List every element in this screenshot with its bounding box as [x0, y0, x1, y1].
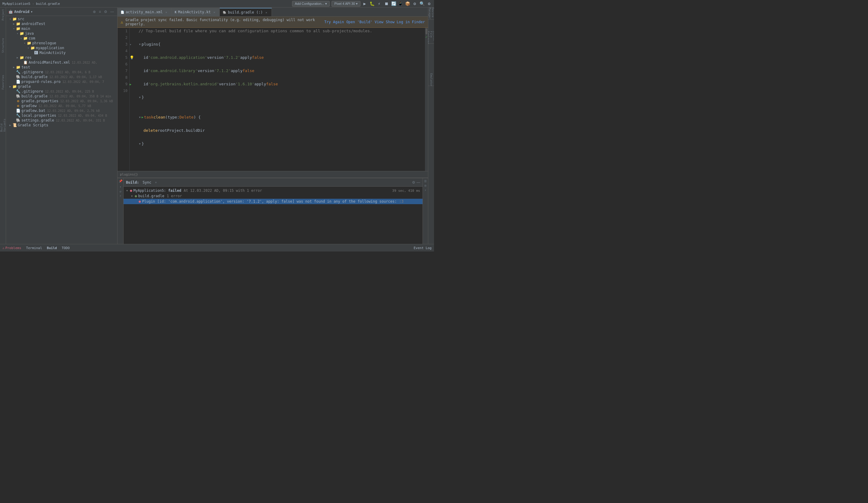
tree-item-buildgradle-app[interactable]: 🐘 build.gradle 12.03.2022 AD, 09:04, 1,1… [6, 74, 117, 79]
tab-mainactivity[interactable]: K MainActivity.kt ✕ [172, 8, 220, 16]
build-panel-title: Build: [126, 180, 139, 185]
tree-item-local-properties[interactable]: 🔧 local.properties 12.03.2022 AD, 09:04,… [6, 113, 117, 118]
android-icon: 🤖 [8, 10, 13, 14]
tree-item-buildgradle-root[interactable]: 🐘 build.gradle 12.03.2022 AD, 09:04, 358… [6, 94, 117, 99]
code-content[interactable]: // Top-level build file where you can ad… [136, 28, 425, 171]
build-sync-tab[interactable]: Sync [141, 180, 153, 185]
panel-dropdown-arrow[interactable]: ▾ [31, 10, 33, 14]
code-line-9: id 'org.jetbrains.kotlin.android' versio… [138, 81, 425, 88]
gitignore-app-meta: 12.03.2022 AD, 09:04, 6 B [45, 71, 90, 74]
run-task-icon[interactable]: ▶ [130, 83, 132, 86]
ide-settings-icon[interactable]: ⚙ [427, 1, 432, 6]
main-folder-icon: 📁 [16, 27, 21, 31]
tree-item-java[interactable]: ▾ 📁 java [6, 31, 117, 36]
locate-button[interactable]: ⊕ [92, 9, 97, 14]
tree-item-gradlew[interactable]: ⚙ gradlew 12.03.2022 AD, 09:04, 5,77 kB [6, 103, 117, 108]
add-configuration-button[interactable]: Add Configuration... ▾ [292, 1, 330, 7]
tree-item-phrenologue[interactable]: ▾ 📁 phrenologue [6, 41, 117, 45]
tree-item-test[interactable]: ▶ 📁 test [6, 65, 117, 70]
code-line-11: ▾ } [138, 94, 425, 101]
terminal-button[interactable]: Terminal [26, 246, 42, 250]
attach-button[interactable]: ⚡ [377, 1, 382, 6]
tab-build-gradle[interactable]: 🐘 build.gradle (:) ✕ [220, 8, 272, 16]
build-scroll-up-icon[interactable]: ↑ [119, 185, 121, 188]
build-rerun-icon[interactable]: ↺ [119, 190, 121, 193]
test-icon: 📁 [16, 65, 21, 69]
build-filter2-icon[interactable]: ⚡ [424, 188, 426, 192]
sidebar-item-project[interactable]: Project [1, 9, 6, 21]
debug-button[interactable]: 🐛 [370, 1, 374, 6]
tree-item-gradle-properties[interactable]: ⚙ gradle.properties 12.03.2022 AD, 09:04… [6, 99, 117, 103]
tree-item-mainactivity[interactable]: 🅺 MainActivity [6, 50, 117, 55]
tab-activity-main[interactable]: 📄 activity_main.xml ✕ [117, 8, 172, 16]
show-log-link[interactable]: Show Log in Finder [386, 20, 425, 24]
run-button[interactable]: ▶ [362, 1, 367, 6]
gutter-3: ▾ [130, 41, 136, 48]
tree-item-androidtest[interactable]: ▶ 📁 androidTest [6, 21, 117, 26]
code-line-2 [138, 34, 425, 41]
gradle-folder-label: gradle [18, 84, 31, 89]
close-panel-button[interactable]: — [110, 9, 115, 14]
tree-item-gradle-scripts[interactable]: ▶ 📜 Gradle Scripts [6, 123, 117, 127]
close-activity-main[interactable]: ✕ [164, 10, 168, 14]
todo-button[interactable]: TODO [62, 246, 70, 250]
build-tree-icon[interactable]: ⊟ [424, 184, 426, 187]
main-arrow: ▾ [12, 27, 16, 30]
build-settings-button[interactable]: ⚙ [412, 180, 415, 185]
tree-item-settings-gradle[interactable]: 🐘 settings.gradle 12.03.2022 AD, 09:04, … [6, 118, 117, 123]
sidebar-item-structure[interactable]: Structure [1, 40, 6, 52]
tree-item-res[interactable]: ▶ 📁 res [6, 55, 117, 60]
build-button[interactable]: Build [47, 246, 57, 250]
sidebar-item-favorites[interactable]: Favorites [1, 76, 6, 88]
device-file-explorer-panel[interactable]: Device File Explorer [428, 32, 434, 44]
problems-button[interactable]: ⚠ Problems [2, 246, 21, 250]
run-task-gutter-icon[interactable]: ▶ [142, 114, 143, 121]
tree-item-main[interactable]: ▾ 📁 main [6, 26, 117, 31]
ln-3: 3 [117, 41, 127, 48]
tree-item-com[interactable]: ▾ 📁 com [6, 36, 117, 41]
code-line-12 [138, 101, 425, 107]
search-everywhere-icon[interactable]: 🔍 [420, 1, 424, 6]
build-item-myapp-failed[interactable]: ▾ ● MyApplication5: failed At 12.03.2022… [126, 188, 420, 193]
tree-item-gitignore-app[interactable]: 🔧 .gitignore 12.03.2022 AD, 09:04, 6 B [6, 70, 117, 74]
scrollbar-thumb[interactable] [426, 28, 427, 34]
phrenologue-icon: 📁 [27, 41, 31, 45]
build-pin-icon[interactable]: 📌 [119, 179, 122, 183]
event-log-button[interactable]: Event Log [413, 246, 432, 250]
stop-button[interactable]: ⏹ [384, 1, 389, 6]
line-numbers: 1 2 3 4 5 6 7 8 9 10 [117, 28, 130, 171]
build-filter-icon[interactable]: ⚡ [119, 194, 121, 197]
fold-plugins-icon[interactable]: ▾ [130, 43, 132, 46]
tree-item-gradle-folder[interactable]: ▶ 📁 gradle [6, 84, 117, 89]
buildgradle-detail: 1 error [167, 194, 182, 198]
build-item-plugin-error[interactable]: ● Plugin [id: 'com.android.application',… [124, 199, 423, 204]
open-build-view-link[interactable]: Open 'Build' View [346, 20, 383, 24]
try-again-link[interactable]: Try Again [324, 20, 344, 24]
sync-button[interactable]: 🔄 [391, 1, 396, 6]
close-sync-tab[interactable]: ✕ [155, 181, 157, 184]
settings-icon[interactable]: ⚙ [412, 1, 417, 6]
emulator-panel[interactable]: Emulator [428, 74, 434, 86]
tree-item-myapplication[interactable]: ▾ 📁 myapplication [6, 45, 117, 50]
sdk-manager-icon[interactable]: 📦 [405, 1, 410, 6]
minimize-build-button[interactable]: — [416, 180, 420, 185]
close-mainactivity[interactable]: ✕ [212, 10, 216, 14]
file-tree: ▾ 📁 src ▶ 📁 androidTest ▾ 📁 main ▾ [6, 16, 117, 244]
tree-item-proguard[interactable]: 📄 proguard-rules.pro 12.03.2022 AD, 09:0… [6, 79, 117, 84]
mainactivity-icon: 🅺 [34, 51, 39, 55]
device-selector-button[interactable]: Pixel 4 API 30 ▾ [331, 1, 360, 7]
avd-manager-icon[interactable]: 📱 [398, 1, 403, 6]
tree-item-gradlew-bat[interactable]: 📄 gradlew.bat 12.03.2022 AD, 09:04, 2,76… [6, 108, 117, 113]
tree-item-androidmanifest[interactable]: 📋 AndroidManifest.xml 12.03.2022 AD, [6, 60, 117, 65]
sidebar-item-build-variants[interactable]: Build Variants [1, 119, 6, 131]
close-build-gradle[interactable]: ✕ [264, 10, 269, 14]
device-manager-panel[interactable]: Device Manager [428, 8, 434, 20]
build-main: Build: Sync ✕ ⚙ — ▾ ● MyApplication5: fa… [124, 178, 423, 244]
tree-item-gitignore-root[interactable]: 🔧 .gitignore 12.03.2022 AD, 09:04, 225 B [6, 89, 117, 94]
tree-item-src[interactable]: ▾ 📁 src [6, 17, 117, 21]
code-line-17 [138, 134, 425, 141]
build-item-buildgradle[interactable]: ▾ ● build.gradle 1 error [126, 193, 420, 199]
collapse-all-button[interactable]: ≡ [98, 9, 102, 14]
gear-button[interactable]: ⚙ [103, 9, 108, 14]
build-list-icon[interactable]: ☰ [424, 179, 427, 183]
